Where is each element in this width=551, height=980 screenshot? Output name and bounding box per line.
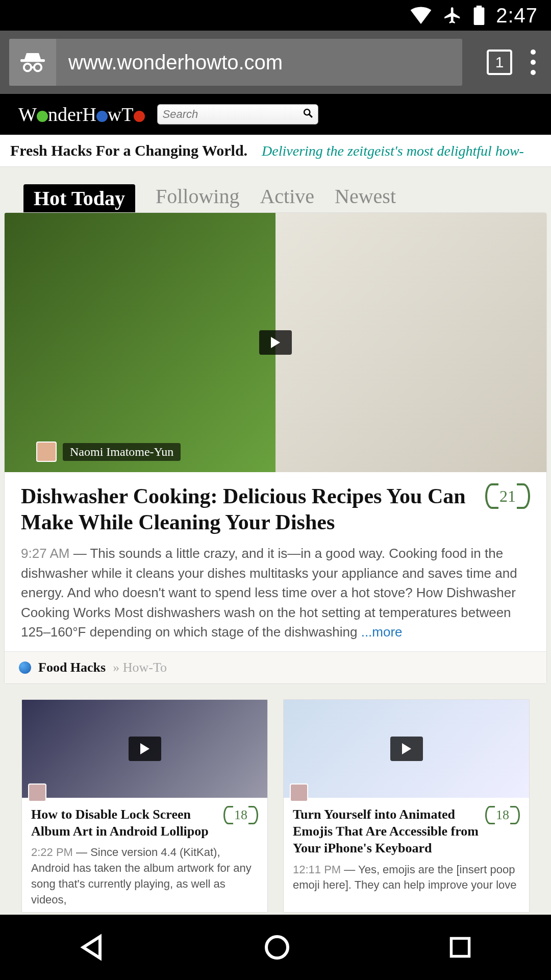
card-body: 18 Turn Yourself into Animated Emojis Th… [284, 798, 529, 897]
svg-point-2 [34, 64, 41, 71]
tab-active[interactable]: Active [260, 184, 314, 212]
logo-text: W [18, 104, 37, 125]
home-button[interactable] [262, 932, 292, 963]
score-badge: 18 [481, 806, 520, 826]
featured-title[interactable]: Dishwasher Cooking: Delicious Recipes Yo… [21, 483, 530, 535]
author-avatar [290, 783, 308, 802]
logo-text: nderH [48, 104, 96, 125]
card-time: 2:22 PM [31, 846, 73, 859]
back-button[interactable] [77, 932, 108, 963]
excerpt-text: This sounds a little crazy, and it is—in… [21, 546, 517, 640]
svg-rect-0 [20, 59, 45, 62]
logo-blue-dot-icon [96, 111, 108, 122]
card-image[interactable] [22, 700, 267, 798]
tab-switcher-button[interactable]: 1 [487, 50, 512, 75]
search-icon[interactable] [304, 109, 313, 120]
hero-image-right [276, 213, 546, 472]
tab-hot-today[interactable]: Hot Today [23, 184, 135, 212]
tab-newest[interactable]: Newest [335, 184, 396, 212]
tagline-subtitle: Delivering the zeitgeist's most delightf… [262, 143, 524, 159]
author-avatar [28, 783, 46, 802]
search-input[interactable] [163, 108, 304, 121]
omnibox[interactable]: www.wonderhowto.com [9, 39, 462, 86]
category-link[interactable]: Food Hacks [38, 660, 106, 675]
overflow-menu-button[interactable] [531, 50, 536, 75]
site-logo[interactable]: WnderHwT [18, 103, 145, 126]
featured-body: 21 Dishwasher Cooking: Delicious Recipes… [5, 472, 546, 651]
filter-tabs: Hot Today Following Active Newest [0, 184, 551, 212]
article-grid: 18 How to Disable Lock Screen Album Art … [0, 699, 551, 913]
svg-line-4 [309, 114, 312, 117]
article-card[interactable]: 18 Turn Yourself into Animated Emojis Th… [283, 699, 530, 913]
incognito-icon [9, 39, 56, 86]
separator: — [69, 546, 90, 561]
card-excerpt: 12:11 PM — Yes, emojis are the [insert p… [293, 862, 520, 894]
featured-article-card[interactable]: Naomi Imatome-Yun 21 Dishwasher Cooking:… [4, 212, 547, 684]
site-header-bar: WnderHwT [0, 94, 551, 135]
content-area: Hot Today Following Active Newest Naomi … [0, 167, 551, 915]
android-nav-bar [0, 915, 551, 980]
play-video-button[interactable] [259, 330, 292, 355]
card-time: 12:11 PM [293, 863, 341, 876]
tagline-bold: Fresh Hacks For a Changing World. [10, 142, 247, 159]
web-page: WnderHwT Fresh Hacks For a Changing Worl… [0, 94, 551, 915]
card-body: 18 How to Disable Lock Screen Album Art … [22, 798, 267, 912]
airplane-mode-icon [443, 6, 462, 25]
logo-red-dot-icon [134, 111, 145, 122]
wifi-icon [410, 7, 432, 24]
play-video-button[interactable] [390, 737, 423, 761]
tagline-strip: Fresh Hacks For a Changing World. Delive… [0, 135, 551, 167]
featured-excerpt: 9:27 AM — This sounds a little crazy, an… [21, 544, 530, 642]
card-excerpt: 2:22 PM — Since version 4.4 (KitKat), An… [31, 845, 258, 908]
featured-hero-image[interactable]: Naomi Imatome-Yun [5, 213, 546, 472]
read-more-link[interactable]: ...more [361, 624, 403, 640]
logo-green-dot-icon [37, 111, 48, 122]
category-globe-icon [19, 662, 31, 674]
author-avatar [36, 442, 57, 462]
play-video-button[interactable] [129, 737, 161, 761]
hero-image-left [5, 213, 276, 472]
battery-icon [473, 6, 485, 25]
android-status-bar: 2:47 [0, 0, 551, 31]
featured-footer: Food Hacks » How-To [5, 651, 546, 683]
separator: — [73, 846, 90, 859]
score-badge: 21 [479, 483, 530, 512]
card-image[interactable] [284, 700, 529, 798]
logo-text: wT [108, 104, 134, 125]
svg-rect-6 [451, 938, 469, 956]
browser-toolbar: www.wonderhowto.com 1 [0, 31, 551, 94]
author-pill[interactable]: Naomi Imatome-Yun [36, 442, 181, 462]
recents-button[interactable] [446, 934, 474, 961]
svg-point-3 [304, 109, 310, 115]
separator: — [341, 863, 358, 876]
svg-point-1 [24, 64, 31, 71]
featured-time: 9:27 AM [21, 546, 69, 561]
svg-point-5 [266, 937, 288, 958]
breadcrumb: » How-To [113, 660, 167, 675]
tab-following[interactable]: Following [156, 184, 239, 212]
url-text: www.wonderhowto.com [56, 51, 283, 74]
author-name: Naomi Imatome-Yun [63, 443, 181, 461]
score-badge: 18 [219, 806, 258, 826]
status-clock: 2:47 [496, 4, 538, 27]
site-search-box[interactable] [157, 104, 318, 125]
article-card[interactable]: 18 How to Disable Lock Screen Album Art … [21, 699, 268, 913]
